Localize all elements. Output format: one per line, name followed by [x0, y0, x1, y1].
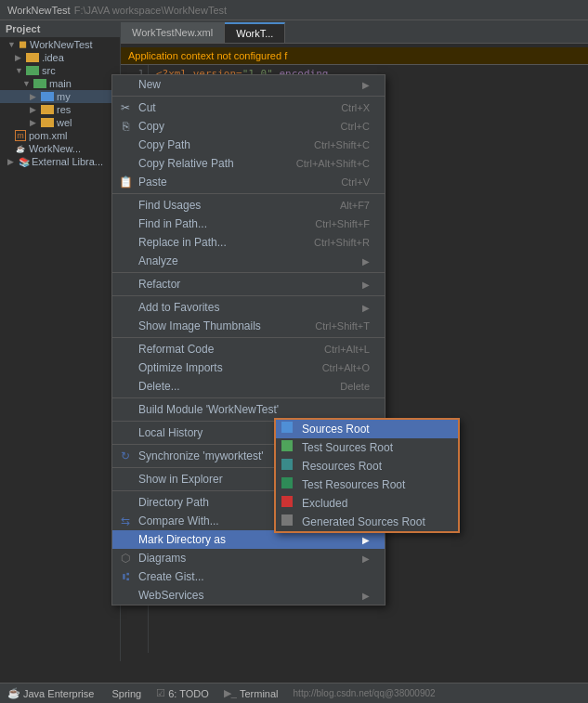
tree-item-wel[interactable]: ▶ wel [0, 116, 120, 129]
submenu-item-test-sources[interactable]: Test Sources Root [276, 438, 458, 457]
submenu-item-resources[interactable]: Resources Root [276, 457, 458, 475]
submenu-item-excluded[interactable]: Excluded [276, 494, 458, 513]
resources-icon [281, 459, 296, 474]
terminal-label: Terminal [240, 688, 279, 699]
menu-item-delete[interactable]: Delete... Delete [112, 377, 385, 396]
project-panel-header: Project [0, 20, 120, 37]
menu-item-copy-path[interactable]: Copy Path Ctrl+Shift+C [112, 136, 385, 154]
menu-item-webservices[interactable]: WebServices ▶ [112, 586, 385, 605]
spring-label: Spring [111, 688, 141, 699]
expand-arrow-main: ▼ [22, 79, 32, 88]
status-bar: ☕ Java Enterprise Spring ☑ 6: TODO ▶_ Te… [0, 683, 588, 703]
folder-icon-main [33, 79, 46, 88]
status-item-todo[interactable]: ☑ 6: TODO [152, 683, 213, 703]
menu-item-add-favorites[interactable]: Add to Favorites ▶ [112, 298, 385, 317]
tree-label-worknew: WorkNew... [29, 143, 81, 154]
project-panel: Project ▼ ◼ WorkNewTest ▶ .idea ▼ src ▼ … [0, 20, 121, 661]
expand-arrow-ext: ▶ [7, 157, 17, 166]
menu-item-create-gist[interactable]: ⑆ Create Gist... [112, 567, 385, 586]
folder-icon-res [41, 105, 54, 114]
status-item-url: http://blog.csdn.net/qq@38000902 [290, 683, 439, 703]
arrow-mark-dir: ▶ [362, 535, 370, 545]
menu-item-find-usages[interactable]: Find Usages Alt+F7 [112, 196, 385, 215]
tree-label-external: External Libra... [32, 156, 103, 167]
test-resources-icon [281, 477, 296, 492]
sync-icon: ↻ [118, 449, 133, 463]
todo-label: 6: TODO [168, 688, 209, 699]
menu-item-new[interactable]: New ▶ [112, 75, 385, 94]
submenu-item-generated[interactable]: Generated Sources Root [276, 513, 458, 531]
menu-item-thumbnails[interactable]: Show Image Thumbnails Ctrl+Shift+T [112, 317, 385, 335]
menu-item-build[interactable]: Build Module 'WorkNewTest' [112, 400, 385, 419]
lib-icon: 📚 [19, 157, 30, 167]
tree-label-src: src [42, 65, 56, 76]
menu-item-copy-relative[interactable]: Copy Relative Path Ctrl+Alt+Shift+C [112, 154, 385, 173]
menu-item-find-path[interactable]: Find in Path... Ctrl+Shift+F [112, 215, 385, 233]
separator-1 [112, 96, 385, 97]
tree-label-res: res [57, 104, 71, 115]
tree-label-idea: .idea [42, 52, 64, 63]
submenu-item-test-resources[interactable]: Test Resources Root [276, 475, 458, 494]
tree-label-my: my [57, 91, 71, 102]
tab-label-2: WorkT... [236, 28, 273, 39]
tree-item-worknew[interactable]: ☕ WorkNew... [0, 142, 120, 155]
folder-icon-src [26, 66, 39, 75]
diagrams-icon: ⬡ [118, 551, 133, 566]
window-title: WorkNewTest [7, 5, 71, 16]
expand-arrow-my: ▶ [30, 92, 39, 101]
menu-item-paste[interactable]: 📋 Paste Ctrl+V [112, 173, 385, 191]
expand-arrow-wel: ▶ [30, 118, 39, 127]
tree-label-workNewTest: WorkNewTest [30, 39, 93, 50]
tree-item-workNewTest[interactable]: ▼ ◼ WorkNewTest [0, 37, 120, 51]
menu-item-reformat[interactable]: Reformat Code Ctrl+Alt+L [112, 340, 385, 358]
folder-icon-wel [41, 118, 54, 127]
menu-item-refactor[interactable]: Refactor ▶ [112, 275, 385, 293]
tree-item-my[interactable]: ▶ my [0, 90, 120, 103]
cut-icon: ✂ [118, 100, 133, 115]
project-icon: ◼ [19, 38, 27, 50]
excluded-icon [281, 496, 296, 511]
menu-item-diagrams[interactable]: ⬡ Diagrams ▶ [112, 549, 385, 567]
tree-item-src[interactable]: ▼ src [0, 64, 120, 77]
editor-tab-2[interactable]: WorkT... [225, 22, 285, 43]
tree-label-pomxml: pom.xml [29, 130, 68, 141]
java-file-icon: ☕ [15, 143, 26, 154]
menu-item-replace-path[interactable]: Replace in Path... Ctrl+Shift+R [112, 233, 385, 252]
generated-icon [281, 514, 296, 529]
tab-label-1: WorkTestNew.xml [132, 27, 213, 38]
status-item-spring[interactable]: Spring [105, 683, 145, 703]
tree-item-idea[interactable]: ▶ .idea [0, 51, 120, 64]
tree-label-main: main [49, 78, 72, 89]
java-enterprise-label: Java Enterprise [23, 688, 94, 699]
expand-arrow-idea: ▶ [15, 53, 24, 62]
tree-item-pomxml[interactable]: m pom.xml [0, 129, 120, 142]
tree-label-wel: wel [57, 117, 72, 128]
paste-icon: 📋 [118, 175, 133, 189]
tree-item-main[interactable]: ▼ main [0, 77, 120, 90]
url-label: http://blog.csdn.net/qq@38000902 [294, 688, 436, 698]
java-enterprise-icon: ☕ [7, 687, 20, 699]
copy-icon: ⎘ [118, 119, 133, 134]
tree-item-external[interactable]: ▶ 📚 External Libra... [0, 155, 120, 168]
menu-item-mark-dir[interactable]: Mark Directory as ▶ [112, 530, 385, 549]
menu-item-optimize[interactable]: Optimize Imports Ctrl+Alt+O [112, 358, 385, 377]
editor-warning: Application context not configured f [121, 47, 588, 65]
arrow-refactor: ▶ [362, 280, 370, 290]
status-item-java[interactable]: ☕ Java Enterprise [4, 683, 98, 703]
separator-5 [112, 337, 385, 338]
tree-item-res[interactable]: ▶ res [0, 103, 120, 116]
terminal-icon: ▶_ [224, 687, 237, 699]
editor-tab-1[interactable]: WorkTestNew.xml [121, 22, 225, 43]
menu-item-copy[interactable]: ⎘ Copy Ctrl+C [112, 117, 385, 136]
menu-item-cut[interactable]: ✂ Cut Ctrl+X [112, 98, 385, 117]
menu-item-analyze[interactable]: Analyze ▶ [112, 252, 385, 270]
separator-4 [112, 295, 385, 296]
ide-background: WorkNewTest F:\JAVA workspace\WorkNewTes… [0, 0, 588, 703]
editor-tabs: WorkTestNew.xml WorkT... [121, 20, 588, 44]
arrow-webservices: ▶ [362, 591, 370, 601]
status-item-terminal[interactable]: ▶_ Terminal [220, 683, 282, 703]
gist-icon: ⑆ [118, 569, 133, 584]
todo-icon: ☑ [156, 687, 165, 699]
compare-icon: ⇆ [118, 514, 133, 528]
submenu-item-sources-root[interactable]: Sources Root [276, 420, 458, 438]
